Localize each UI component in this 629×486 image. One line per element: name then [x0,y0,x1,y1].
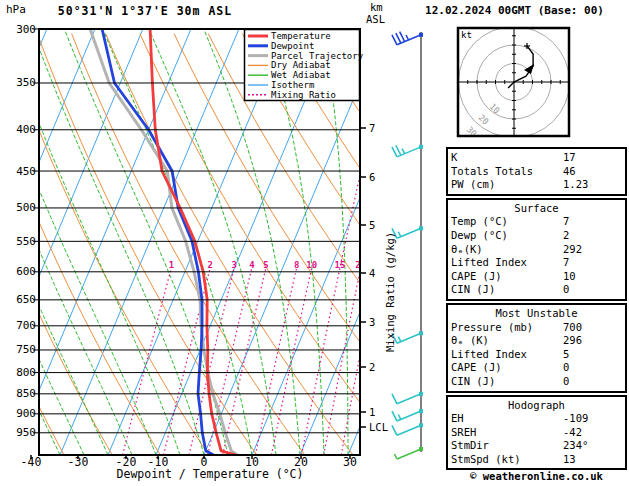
stats-box-3: HodographEH-109SREH-42StmDir234°StmSpd (… [446,395,627,471]
pressure-tick-label: 350 [16,76,36,89]
km-tick-label: 1 [369,406,375,418]
km-tick-label: 4 [369,267,375,279]
stats-box-2: Most UnstablePressure (mb)700θₑ (K)296Li… [446,303,627,393]
stat-label: CAPE (J) [451,270,502,282]
stat-row: Totals Totals46 [451,165,622,179]
stat-value: 10 [563,270,576,284]
stat-row: SREH-42 [451,426,622,440]
stat-row: Lifted Index7 [451,256,622,270]
stat-label: Dewp (°C) [451,229,508,241]
stat-label: θₑ(K) [451,243,483,255]
stat-value: 234° [563,439,588,453]
stat-label: Pressure (mb) [451,321,533,333]
stat-row: CAPE (J)0 [451,361,622,375]
pressure-tick-label: 850 [16,387,36,400]
stat-value: 1.23 [563,178,588,192]
stat-label: Lifted Index [451,256,527,268]
mixing-ratio-value-label: 4 [249,260,255,270]
stats-box-title: Most Unstable [451,307,622,321]
pressure-tick-label: 600 [16,265,36,278]
pressure-tick-label: 750 [16,343,36,356]
stat-value: 296 [563,334,582,348]
legend-label: Dry Adiabat [271,60,331,70]
stats-box-0: K17Totals Totals46PW (cm)1.23 [446,147,627,196]
km-tick-label: 3 [369,316,375,328]
legend-label: Wet Adiabat [271,70,331,80]
stat-row: θₑ (K)296 [451,334,622,348]
temperature-tick-label: -40 [21,455,42,469]
hodograph: kt102030 [458,27,570,139]
legend: TemperatureDewpointParcel TrajectoryDry … [245,30,364,101]
km-tick-label: 7 [369,122,375,134]
stat-label: SREH [451,426,476,438]
pressure-tick-label: 800 [16,366,36,379]
stat-value: -42 [563,426,582,440]
mixing-ratio-value-label: 5 [263,260,268,270]
stat-row: Lifted Index5 [451,348,622,362]
stat-row: StmSpd (kt)13 [451,453,622,467]
stat-row: CIN (J)0 [451,283,622,297]
copyright-footer: © weatheronline.co.uk [446,470,627,482]
pressure-tick-label: 650 [16,293,36,306]
stats-panel: K17Totals Totals46PW (cm)1.23SurfaceTemp… [446,147,627,472]
stat-label: Totals Totals [451,165,533,177]
stat-value: 0 [563,361,569,375]
pressure-tick-label: 550 [16,235,36,248]
stat-row: K17 [451,151,622,165]
stat-label: K [451,151,457,163]
legend-label: Parcel Trajectory [271,51,364,61]
mixing-ratio-value-label: 10 [306,260,317,270]
pressure-tick-label: 700 [16,319,36,332]
stat-row: Dewp (°C)2 [451,229,622,243]
stats-box-1: SurfaceTemp (°C)7Dewp (°C)2θₑ(K)292Lifte… [446,198,627,301]
mixing-ratio-value-label: 3 [232,260,237,270]
stat-row: Temp (°C)7 [451,215,622,229]
x-axis-title: Dewpoint / Temperature (°C) [60,467,360,481]
pressure-tick-label: 950 [16,426,36,439]
run-datetime: 12.02.2024 00GMT (Base: 00) [400,4,629,17]
stat-row: StmDir234° [451,439,622,453]
stat-row: CAPE (J)10 [451,270,622,284]
mixing-ratio-value-label: 8 [294,260,299,270]
stat-row: EH-109 [451,412,622,426]
stat-value: 13 [563,453,576,467]
altitude-unit-label: km [370,1,383,13]
hodograph-unit-label: kt [461,30,472,40]
km-tick-label: 5 [369,219,375,231]
stat-label: CIN (J) [451,283,495,295]
stats-box-title: Hodograph [451,399,622,413]
stat-value: 292 [563,243,582,257]
stat-row: θₑ(K)292 [451,243,622,257]
pressure-tick-label: 900 [16,407,36,420]
stat-value: 5 [563,348,569,362]
stats-box-title: Surface [451,202,622,216]
mixing-ratio-value-label: 2 [207,260,212,270]
stat-label: CIN (J) [451,375,495,387]
asl-label: ASL [366,13,385,25]
pressure-tick-label: 450 [16,165,36,178]
pressure-tick-label: 400 [16,123,36,136]
km-tick-label: 6 [369,171,375,183]
stat-label: Lifted Index [451,348,527,360]
stat-value: 7 [563,256,569,270]
mixing-ratio-value-label: 15 [335,260,346,270]
pressure-tick-label: 500 [16,201,36,214]
stat-label: CAPE (J) [451,361,502,373]
lcl-label: LCL [369,421,388,433]
stat-value: 2 [563,229,569,243]
legend-label: Dewpoint [271,41,314,51]
stat-value: -109 [563,412,588,426]
mixing-ratio-axis-title: Mixing Ratio (g/kg) [384,202,396,352]
stat-value: 17 [563,151,576,165]
legend-label: Mixing Ratio [271,90,336,100]
stat-value: 700 [563,321,582,335]
legend-label: Temperature [271,31,331,41]
skewt-sounding-page: 12345810152025TemperatureDewpointParcel … [0,0,629,486]
stat-label: EH [451,412,464,424]
stat-value: 7 [563,215,569,229]
stat-label: StmDir [451,439,489,451]
km-tick-label: 2 [369,361,375,373]
stat-label: θₑ (K) [451,334,489,346]
stat-value: 0 [563,283,569,297]
pressure-unit-label: hPa [6,3,26,16]
